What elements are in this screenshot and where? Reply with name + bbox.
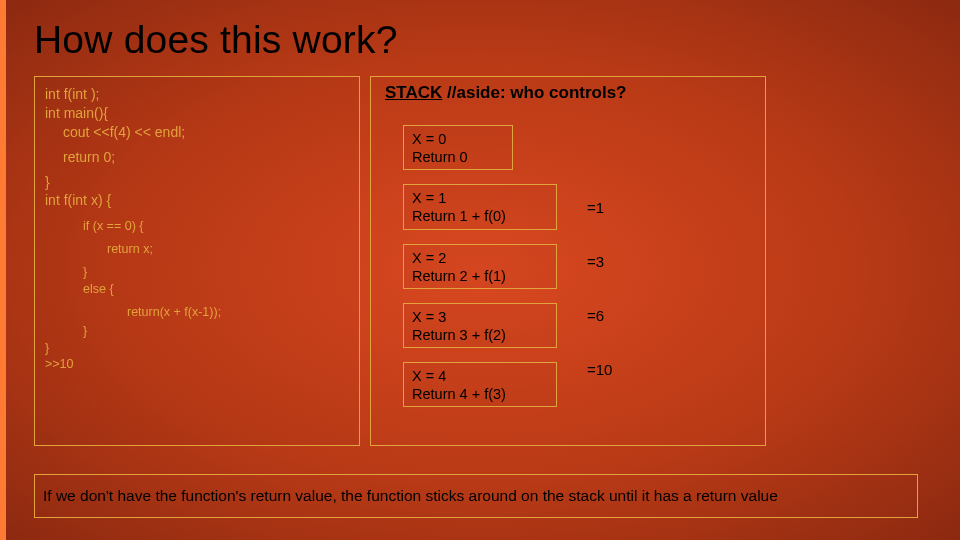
code-line: int main(){ [45,104,349,123]
stack-heading: STACK //aside: who controls? [385,83,755,103]
frame-line: X = 1 [412,189,548,207]
accent-bar [0,0,6,540]
stack-frame: X = 0 Return 0 [403,125,513,170]
code-line: return x; [45,241,349,258]
footer-text: If we don't have the function's return v… [43,487,778,505]
code-line: cout <<f(4) << endl; [45,123,349,142]
frame-line: X = 0 [412,130,504,148]
frame-line: X = 2 [412,249,548,267]
code-line: if (x == 0) { [45,218,349,235]
frame-line: Return 1 + f(0) [412,207,548,225]
code-line: >>10 [45,356,349,373]
frame-line: Return 0 [412,148,504,166]
stack-frame: X = 1 Return 1 + f(0) [403,184,557,229]
stack-frame: X = 4 Return 4 + f(3) [403,362,557,407]
code-line: else { [45,281,349,298]
frame-line: X = 4 [412,367,548,385]
stack-frames: X = 0 Return 0 X = 1 Return 1 + f(0) X =… [403,125,557,421]
code-line: } [45,173,349,192]
code-line: int f(int x) { [45,191,349,210]
footer-note: If we don't have the function's return v… [34,474,918,518]
code-line: return 0; [45,148,349,167]
code-line: int f(int ); [45,85,349,104]
stack-frame: X = 3 Return 3 + f(2) [403,303,557,348]
frame-line: Return 4 + f(3) [412,385,548,403]
code-line: return(x + f(x-1)); [45,304,349,321]
result-value: =10 [587,343,612,397]
stack-heading-rest: //aside: who controls? [442,83,626,102]
code-line: } [45,264,349,281]
slide-title: How does this work? [34,18,926,62]
content-row: int f(int ); int main(){ cout <<f(4) << … [34,76,926,446]
code-line: } [45,340,349,357]
result-value: =1 [587,181,612,235]
code-box: int f(int ); int main(){ cout <<f(4) << … [34,76,360,446]
code-line: } [45,323,349,340]
frame-line: Return 2 + f(1) [412,267,548,285]
stack-results: =1 =3 =6 =10 [587,181,612,397]
frame-line: X = 3 [412,308,548,326]
stack-heading-bold: STACK [385,83,442,102]
result-value: =3 [587,235,612,289]
stack-box: STACK //aside: who controls? X = 0 Retur… [370,76,766,446]
slide: How does this work? int f(int ); int mai… [0,0,960,540]
frame-line: Return 3 + f(2) [412,326,548,344]
result-value: =6 [587,289,612,343]
stack-frame: X = 2 Return 2 + f(1) [403,244,557,289]
